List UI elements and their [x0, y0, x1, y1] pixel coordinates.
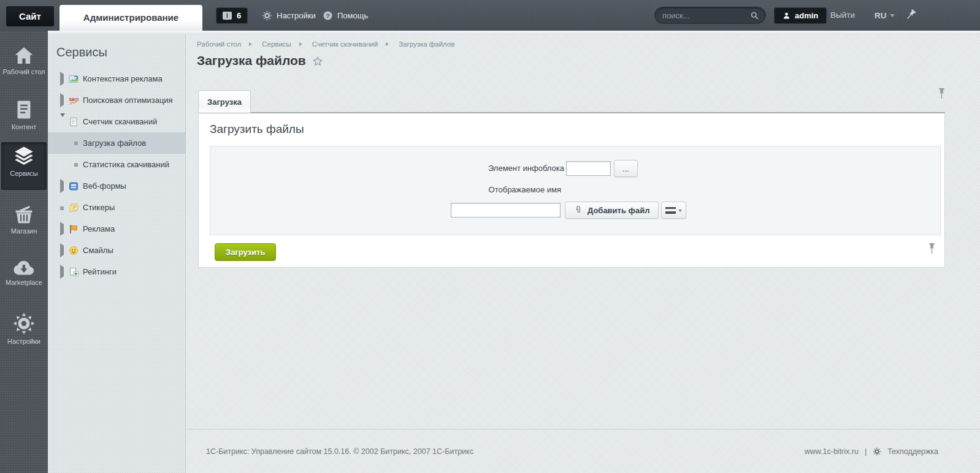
menu-item-download-stats[interactable]: Статистика скачиваний: [48, 154, 185, 175]
rail-item-label: Marketplace: [1, 279, 47, 287]
topbar: Сайт Администрирование i 6 Настройки ? П…: [0, 0, 980, 31]
menu-item-ads[interactable]: Реклама: [48, 218, 185, 240]
user-icon: [783, 12, 791, 20]
rail-item-label: Рабочий стол: [1, 68, 47, 76]
ads-flag-icon: [69, 224, 78, 234]
menu-item-stickers[interactable]: Стикеры: [48, 197, 185, 218]
page-title: Загрузка файлов: [197, 53, 306, 68]
upload-submit-button[interactable]: Загрузить: [215, 243, 276, 261]
web-forms-icon: [69, 181, 78, 191]
search-icon[interactable]: [750, 11, 759, 20]
layers-icon: [13, 146, 35, 167]
rail-item-desktop[interactable]: Рабочий стол: [1, 43, 47, 81]
rail-item-settings[interactable]: Настройки: [1, 309, 47, 350]
rail-item-services[interactable]: Сервисы: [1, 142, 47, 190]
contextual-ads-icon: [69, 74, 78, 84]
menu-item-label: Смайлы: [83, 246, 113, 255]
breadcrumb-item[interactable]: Сервисы: [262, 40, 291, 48]
menu-item-web-forms[interactable]: Веб-формы: [48, 175, 185, 197]
page-title-row: Загрузка файлов: [197, 53, 323, 68]
menu-item-label: Контекстная реклама: [83, 74, 163, 83]
help-icon: ?: [323, 10, 333, 21]
chevron-right-icon[interactable]: [60, 243, 66, 257]
menu-title: Сервисы: [56, 45, 185, 59]
copyright-text: 1С-Битрикс: Управление сайтом 15.0.16. ©…: [206, 447, 473, 456]
add-file-label: Добавить файл: [588, 206, 649, 215]
section-title: Загрузить файлы: [210, 123, 944, 136]
gear-icon: [873, 447, 881, 456]
rail-item-label: Сервисы: [1, 170, 47, 178]
chevron-down-icon[interactable]: [60, 113, 65, 129]
support-link[interactable]: Техподдержка: [887, 447, 938, 456]
breadcrumb-separator-icon: [299, 42, 304, 46]
search-input[interactable]: [661, 10, 750, 21]
topbar-pin-button[interactable]: [902, 8, 917, 25]
bitrix-admin-app: Сайт Администрирование i 6 Настройки ? П…: [0, 0, 980, 473]
paperclip-icon: [574, 205, 583, 215]
hamburger-icon: [665, 207, 676, 214]
rail-item-content[interactable]: Контент: [1, 96, 47, 136]
menu-item-file-upload[interactable]: Загрузка файлов: [48, 132, 185, 154]
breadcrumb-item[interactable]: Загрузка файлов: [399, 40, 454, 48]
chevron-right-icon[interactable]: [60, 72, 66, 86]
topbar-help-link[interactable]: ? Помощь: [323, 0, 368, 31]
notifications-button[interactable]: i 6: [216, 7, 248, 24]
upload-options-menu-button[interactable]: [661, 202, 686, 219]
tab-site[interactable]: Сайт: [6, 6, 54, 26]
display-name-label: Отображаемое имя: [210, 185, 561, 194]
rail-item-label: Контент: [1, 123, 47, 131]
menu-item-label: Реклама: [83, 224, 115, 233]
breadcrumb-item[interactable]: Счетчик скачиваний: [312, 40, 378, 48]
browse-button[interactable]: ...: [614, 160, 638, 177]
notification-count: 6: [237, 11, 241, 20]
chevron-down-icon: [890, 14, 895, 20]
chevron-right-icon[interactable]: [60, 265, 66, 279]
menu-item-ratings[interactable]: Рейтинги: [48, 261, 185, 282]
upload-panel: Загрузить файлы Элемент инфоблока ... От…: [198, 112, 945, 268]
rail-item-label: Настройки: [1, 338, 47, 346]
chevron-down-icon: [678, 210, 682, 214]
tab-upload[interactable]: Загрузка: [198, 90, 251, 113]
chevron-right-icon[interactable]: [60, 222, 66, 236]
breadcrumb: Рабочий стол Сервисы Счетчик скачиваний …: [197, 40, 454, 48]
document-icon: [15, 99, 33, 120]
gear-icon: [262, 10, 272, 21]
svg-text:?: ?: [326, 12, 329, 19]
breadcrumb-item[interactable]: Рабочий стол: [197, 40, 241, 48]
main-content: Рабочий стол Сервисы Счетчик скачиваний …: [185, 35, 980, 473]
sections-menu: Сервисы Контекстная реклама SEO Поискова…: [48, 35, 185, 473]
menu-item-smiles[interactable]: Смайлы: [48, 240, 185, 261]
rail-item-store[interactable]: Магазин: [1, 201, 47, 240]
upload-form: Элемент инфоблока ... Отображаемое имя Д…: [210, 146, 941, 235]
pin-form-button[interactable]: [928, 243, 936, 257]
user-button[interactable]: admin: [774, 7, 827, 24]
chevron-right-icon[interactable]: [60, 179, 66, 193]
menu-item-label: Рейтинги: [83, 267, 117, 276]
menu-item-download-counter[interactable]: Счетчик скачиваний: [48, 111, 185, 132]
tab-admin[interactable]: Администрирование: [59, 5, 202, 31]
download-counter-icon: [69, 117, 78, 127]
basket-icon: [13, 205, 34, 224]
add-file-button[interactable]: Добавить файл: [565, 202, 659, 219]
user-name: admin: [795, 11, 818, 20]
menu-item-label: Загрузка файлов: [83, 138, 146, 148]
language-switcher[interactable]: RU: [875, 0, 895, 31]
chevron-right-icon[interactable]: [60, 93, 66, 107]
pin-icon: [903, 8, 917, 23]
menu-item-seo[interactable]: SEO Поисковая оптимизация: [48, 89, 185, 111]
logout-link[interactable]: Выйти: [830, 0, 855, 31]
menu-item-contextual-ads[interactable]: Контекстная реклама: [48, 68, 185, 89]
footer: 1С-Битрикс: Управление сайтом 15.0.16. ©…: [186, 429, 980, 473]
favorite-star-icon[interactable]: [312, 56, 323, 67]
infoblock-element-input[interactable]: [566, 161, 611, 176]
topbar-settings-link[interactable]: Настройки: [262, 0, 316, 31]
bitrix-site-link[interactable]: www.1c-bitrix.ru: [805, 447, 859, 456]
pin-tabs-button[interactable]: [938, 88, 946, 102]
rail-item-marketplace[interactable]: Marketplace: [1, 255, 47, 292]
gear-icon: [13, 312, 35, 335]
display-name-input[interactable]: [451, 203, 561, 218]
seo-icon: SEO: [69, 96, 78, 105]
menu-item-label: Поисковая оптимизация: [83, 96, 173, 105]
ratings-icon: [69, 267, 78, 277]
breadcrumb-separator-icon: [386, 42, 391, 46]
